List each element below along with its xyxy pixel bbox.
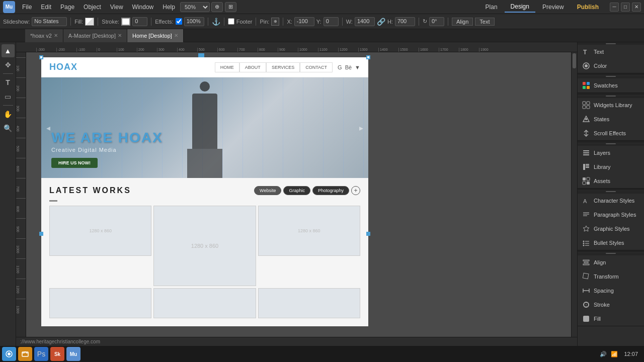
work-item-4[interactable] [49,288,151,318]
tab-close-home[interactable]: ✕ [174,33,178,38]
nav-contact[interactable]: CONTACT [300,62,333,72]
tool-text[interactable]: T [2,76,15,89]
fill-swatch[interactable] [85,18,94,26]
stroke-swatch[interactable] [121,18,130,26]
effects-val[interactable]: 100% [184,17,204,26]
filter-website[interactable]: Website [254,186,281,195]
selection-handle-tl[interactable] [39,55,43,59]
tool-pan[interactable]: ✋ [2,108,15,121]
menu-page[interactable]: Page [56,3,78,12]
panel-item-text[interactable]: T Text [578,45,644,59]
selection-handle-mr[interactable] [366,232,370,236]
panel-item-stroke[interactable]: Stroke [578,298,644,312]
menu-object[interactable]: Object [79,3,105,12]
taskbar-files[interactable] [18,347,32,361]
h-val[interactable]: 700 [395,17,415,26]
minimize-btn[interactable]: ─ [610,3,619,12]
panel-item-spacing[interactable]: Spacing [578,284,644,298]
selection-handle-ml[interactable] [39,232,43,236]
network-icon[interactable]: 📶 [611,351,618,357]
tab-hoax-v2[interactable]: *hoax v2 ✕ [25,29,63,42]
work-item-5[interactable] [153,288,256,318]
panel-item-bullet-styles[interactable]: Bullet Styles [578,236,644,250]
filter-graphic[interactable]: Graphic [283,186,310,195]
panel-item-scroll-effects[interactable]: Scroll Effects [578,126,644,140]
text-btn[interactable]: Text [475,18,494,26]
panel-item-paragraph-styles[interactable]: Paragraph Styles [578,208,644,222]
panel-item-fill[interactable]: Fill [578,312,644,326]
nav-icon-b[interactable]: Bè [345,64,352,70]
menu-view[interactable]: View [106,3,127,12]
work-item-3[interactable]: 1280 x 860 [258,206,360,256]
taskbar-chrome[interactable] [2,347,16,361]
tool-select[interactable]: ▲ [2,44,15,57]
nav-icon-t[interactable]: ▼ [355,64,360,70]
scrollbar-right[interactable] [571,52,577,356]
mode-publish[interactable]: Publish [571,2,605,12]
mode-preview[interactable]: Preview [536,2,570,12]
slideshow-val[interactable]: No States [32,17,67,26]
menu-edit[interactable]: Edit [37,3,55,12]
panel-item-color[interactable]: Color [578,59,644,73]
status-bar: ://www.heritagechristiancollege.com [16,337,577,346]
panel-item-align[interactable]: Align [578,255,644,269]
tab-close-hoax-v2[interactable]: ✕ [54,33,58,38]
selection-handle-tr[interactable] [366,55,370,59]
panel-divider-1 [578,73,644,75]
pin-icon[interactable]: ⊕ [271,18,279,26]
menu-help[interactable]: Help [158,3,179,12]
panel-item-assets[interactable]: Assets [578,174,644,188]
work-item-6[interactable] [258,288,360,318]
scrollbar-right-thumb[interactable] [573,53,576,68]
mode-design[interactable]: Design [505,2,535,13]
x-val[interactable]: -100 [294,17,314,26]
tab-a-master[interactable]: A-Master [Desktop] ✕ [63,29,127,42]
selection-handle-top[interactable] [198,53,204,57]
menu-file[interactable]: File [18,3,36,12]
mode-plan[interactable]: Plan [479,2,504,12]
rotate-val[interactable]: 0° [429,17,444,26]
tab-home[interactable]: Home [Desktop] ✕ [127,29,184,42]
canvas-content[interactable]: HOAX HOME ABOUT SERVICES CONTACT G Bè ▼ [26,52,571,356]
menu-window[interactable]: Window [128,3,158,12]
filter-add-btn[interactable]: + [351,186,360,195]
hero-arrow-left[interactable]: ◂ [46,123,50,133]
filter-photography[interactable]: Photography [312,186,349,195]
tool-zoom[interactable]: 🔍 [2,122,15,135]
hero-cta-btn[interactable]: HIRE US NOW! [51,158,98,168]
panel-item-states[interactable]: States [578,112,644,126]
effects-checkbox[interactable] [176,18,182,25]
panel-item-swatches[interactable]: Swatches [578,78,644,93]
tool-move[interactable]: ✥ [2,58,15,71]
panel-item-transform[interactable]: Transform [578,269,644,284]
w-val[interactable]: 1400 [355,17,375,26]
canvas-area[interactable]: -300 -200 -100 0 100 200 300 400 500 600… [16,42,577,362]
panel-item-widgets-library[interactable]: Widgets Library [578,98,644,112]
tool-rectangle[interactable]: ▭ [2,90,15,103]
footer-checkbox[interactable] [228,18,234,25]
maximize-btn[interactable]: □ [621,3,630,12]
hero-arrow-right[interactable]: ▸ [359,123,363,133]
y-val[interactable]: 0 [324,17,339,26]
work-item-1[interactable]: 1280 x 860 [49,206,151,256]
taskbar-muse-active[interactable]: Mu [66,347,80,361]
nav-about[interactable]: ABOUT [239,62,266,72]
panel-item-character-styles[interactable]: A Character Styles [578,194,644,208]
align-btn[interactable]: Align [452,18,473,26]
panel-item-library[interactable]: Library [578,160,644,174]
panel-item-layers[interactable]: Layers [578,146,644,160]
nav-icon-g[interactable]: G [338,64,342,70]
work-item-2[interactable]: 1280 x 860 [153,206,256,286]
taskbar-photoshop[interactable]: Ps [34,347,48,361]
taskbar-sketch[interactable]: Sk [50,347,64,361]
nav-services[interactable]: SERVICES [266,62,300,72]
tab-close-a-master[interactable]: ✕ [118,33,122,38]
zoom-select[interactable]: 50%100%75% [180,2,210,12]
layout-icon-btn[interactable]: ⊞ [225,2,236,12]
panel-item-graphic-styles[interactable]: Graphic Styles [578,222,644,236]
volume-icon[interactable]: 🔊 [600,351,607,357]
preview-icon-btn[interactable]: ⊕ [211,2,223,12]
stroke-val[interactable]: 0 [132,17,147,26]
close-btn[interactable]: ✕ [632,3,641,12]
nav-home[interactable]: HOME [215,62,239,72]
